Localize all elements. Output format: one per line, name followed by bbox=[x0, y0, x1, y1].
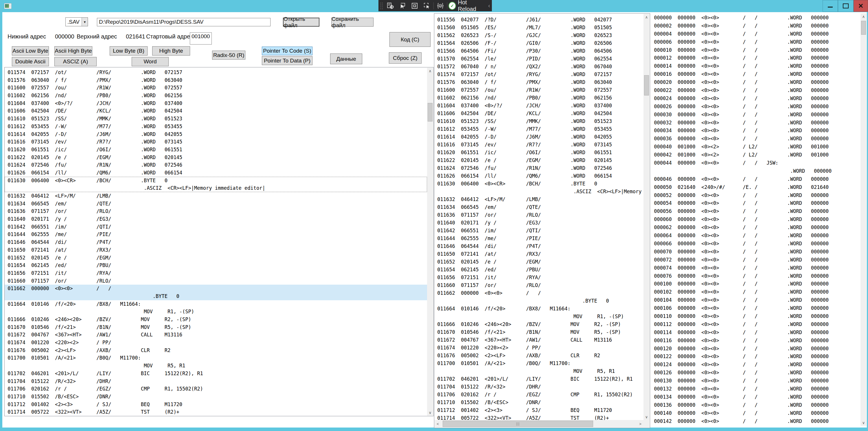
listing-row[interactable]: 011624 072546 /fu/ /R1N/ .WORD 072546 bbox=[434, 164, 644, 172]
listing-row[interactable]: 011632 046412 <LF>/M/ /LMB/ bbox=[5, 192, 427, 200]
listing-row[interactable]: 011602 062156 /nd/ /PB0/ .WORD 062156 bbox=[434, 94, 644, 102]
listing-row[interactable]: 011630 006400 <0><CR> /BCH/ .BYTE 0 .ASC… bbox=[434, 180, 644, 195]
listing-row[interactable]: 011712 001402 <2><3> / SJ/ BEQ M11720 bbox=[434, 406, 644, 414]
format-select[interactable]: .SAV ▼ bbox=[65, 18, 88, 26]
listing-row[interactable]: 011564 026506 /F-/ /GI0/ .WORD 026506 bbox=[434, 39, 644, 47]
listing-row[interactable]: 000026 000000 <0><0> / / .WORD 000000 bbox=[651, 103, 860, 111]
listing-row[interactable]: 000020 000000 <0><0> / / .WORD 000000 bbox=[651, 79, 860, 87]
listing-row[interactable]: 000100 000000 <0><0> / / .WORD 000000 bbox=[651, 280, 860, 288]
listing-row[interactable]: 011640 020171 /y / /EG3/ bbox=[434, 219, 644, 227]
enable-selection-icon[interactable] bbox=[397, 1, 408, 10]
live-visual-tree-icon[interactable] bbox=[385, 1, 396, 10]
listing-row[interactable]: 000034 000000 <0><0> / / .WORD 000000 bbox=[651, 127, 860, 135]
high-byte-button[interactable]: High Byte bbox=[152, 46, 190, 56]
listing-row[interactable]: 011630 006400 <0><CR> /BCH/ .BYTE 0 .ASC… bbox=[5, 177, 427, 192]
listing-row[interactable]: 011622 020145 /e / /EGM/ .WORD 020145 bbox=[5, 154, 427, 161]
listing-panel-left[interactable]: 011574 072157 /ot/ /RYG/ .WORD 072157 01… bbox=[4, 67, 434, 416]
listing-row[interactable]: 000064 000000 <0><0> / / .WORD 000000 bbox=[651, 232, 860, 240]
listing-row[interactable]: 011664 010146 /f/<20> /BX8/ M11664: MOV … bbox=[5, 300, 427, 316]
listing-row[interactable]: 000024 000000 <0><0> / / .WORD 000000 bbox=[651, 95, 860, 103]
listing-row[interactable]: 011700 010501 /A/<21> /B0Q/ M11700: MOV … bbox=[5, 354, 427, 369]
listing-row[interactable]: 000002 000000 <0><0> / / .WORD 000000 bbox=[651, 22, 860, 30]
listing-row[interactable]: 000116 000000 <0><0> / / .WORD 000000 bbox=[651, 337, 860, 345]
listing-row[interactable]: 011560 051505 /ES/ /ML7/ .WORD 051505 bbox=[434, 24, 644, 32]
start-address-input[interactable]: 001000 bbox=[190, 32, 212, 44]
scroll-right-icon[interactable]: > bbox=[637, 420, 644, 428]
listing-row[interactable]: 011704 015122 /R/<32> /DHR/ bbox=[434, 383, 644, 391]
collapse-chevron-icon[interactable]: ‹ bbox=[488, 2, 490, 9]
listing-row[interactable]: 011616 073145 /ev/ /R7?/ .WORD 073145 bbox=[5, 138, 427, 146]
listing-row[interactable]: 000076 000000 <0><0> / / .WORD 000000 bbox=[651, 272, 860, 280]
display-adorners-icon[interactable] bbox=[409, 1, 420, 10]
listing-row[interactable]: 011660 071157 /or/ /RLO/ bbox=[434, 281, 644, 289]
listing-row[interactable]: 011714 005722 <322><VT> /A5Z/ TST (R2)+ bbox=[434, 414, 644, 420]
listing-row[interactable]: 000032 000000 <0><0> / / .WORD 000000 bbox=[651, 119, 860, 127]
pointer-to-code-button[interactable]: Pointer To Code (S) bbox=[262, 47, 312, 55]
word-button[interactable]: Word bbox=[132, 57, 169, 66]
minimize-button[interactable] bbox=[823, 0, 838, 12]
listing-row[interactable]: 000130 000000 <0><0> / / .WORD 000000 bbox=[651, 377, 860, 385]
listing-row[interactable]: 011640 020171 /y / /EG3/ bbox=[5, 215, 427, 223]
listing-row[interactable]: 000126 000000 <0><0> / / .WORD 000000 bbox=[651, 369, 860, 377]
listing-row[interactable]: 011646 064544 /di/ /P4T/ bbox=[5, 238, 427, 246]
listing-row[interactable]: 000016 000000 <0><0> / / .WORD 000000 bbox=[651, 70, 860, 79]
listing-row[interactable]: 011572 067040 / n/ /QX2/ .WORD 067040 bbox=[434, 63, 644, 70]
radix50-button[interactable]: Radix-50 (R) bbox=[212, 51, 245, 60]
listing-row[interactable]: 011622 020145 /e / /EGM/ .WORD 020145 bbox=[434, 156, 644, 164]
listing-row[interactable]: 011706 020162 /r / /EGZ/ CMP R1, 15502(R… bbox=[5, 385, 427, 393]
listing-row[interactable]: 000012 000000 <0><0> / / .WORD 000000 bbox=[651, 54, 860, 62]
listing-row[interactable]: 000066 000000 <0><0> / / .WORD 000000 bbox=[651, 240, 860, 248]
listing-row[interactable]: 011646 064544 /di/ /P4T/ bbox=[434, 242, 644, 250]
listing-row[interactable]: 011656 072151 /it/ /RYA/ bbox=[434, 274, 644, 281]
listing-row[interactable]: 000046 000000 <0><0> / / .WORD 000000 bbox=[651, 175, 860, 183]
listing-row[interactable]: 011610 051523 /SS/ /MMK/ .WORD 051523 bbox=[434, 118, 644, 125]
low-byte-button[interactable]: Low Byte (B) bbox=[110, 46, 148, 56]
scroll-left-icon[interactable]: < bbox=[435, 420, 441, 428]
listing-row[interactable]: 011632 046412 <LF>/M/ /LMB/ bbox=[434, 195, 644, 203]
left-vertical-scrollbar[interactable]: ∧ ∨ bbox=[427, 68, 433, 416]
listing-row[interactable]: 000050 021640 <240>/#/ /E. / .WORD 02164… bbox=[651, 183, 860, 191]
listing-row[interactable]: 000030 000000 <0><0> / / .WORD 000000 bbox=[651, 111, 860, 119]
listing-row[interactable]: 011656 072151 /it/ /RYA/ bbox=[5, 269, 427, 277]
listing-row[interactable]: 011634 066545 /em/ /QTE/ bbox=[5, 200, 427, 208]
listing-row[interactable]: 011714 005722 <322><VT> /A5Z/ TST (R2)+ bbox=[5, 408, 427, 416]
listing-row[interactable]: 011576 063040 / f/ /PMX/ .WORD 063040 bbox=[434, 79, 644, 86]
scroll-up-icon[interactable]: ∧ bbox=[644, 14, 650, 20]
listing-row[interactable]: 000112 000000 <0><0> / / .WORD 000000 bbox=[651, 320, 860, 329]
right-vertical-scrollbar[interactable]: ∧ ∨ bbox=[861, 13, 867, 426]
listing-row[interactable]: 000134 000000 <0><0> / / .WORD 000000 bbox=[651, 393, 860, 401]
listing-row[interactable]: 011634 066545 /em/ /QTE/ bbox=[434, 203, 644, 211]
listing-row[interactable]: 011664 010146 /f/<20> /BX8/ M11664: MOV … bbox=[434, 305, 644, 320]
listing-row[interactable]: 000060 000000 <0><0> / / .WORD 000000 bbox=[651, 216, 860, 224]
listing-row[interactable]: 000102 000000 <0><0> / / .WORD 000000 bbox=[651, 288, 860, 296]
listing-row[interactable]: 011624 072546 /fu/ /R1N/ .WORD 072546 bbox=[5, 161, 427, 169]
listing-row[interactable]: 000040 001000 <0><2> / L2/ .WORD 001000 bbox=[651, 143, 860, 151]
listing-row[interactable]: 011672 004767 <367><HT> /AW1/ CALL M1311… bbox=[434, 336, 644, 344]
listing-row[interactable]: 000110 000000 <0><0> / / .WORD 000000 bbox=[651, 312, 860, 320]
listing-row[interactable]: 011610 051523 /SS/ /MMK/ .WORD 051523 bbox=[5, 115, 427, 123]
listing-row[interactable]: 000042 001000 <0><2> / L2/ .WORD 001000 bbox=[651, 151, 860, 159]
listing-row[interactable]: 000036 000000 <0><0> / / .WORD 000000 bbox=[651, 135, 860, 143]
listing-row[interactable]: 011650 072141 /at/ /RX3/ bbox=[5, 246, 427, 254]
listing-row[interactable]: 011612 053455 /-W/ /M77/ .WORD 053455 bbox=[5, 123, 427, 130]
listing-row[interactable]: 011562 026523 /S-/ /GJC/ .WORD 026523 bbox=[434, 32, 644, 39]
listing-row[interactable]: 011652 020145 /e / /EGM/ bbox=[5, 254, 427, 262]
listing-row[interactable]: 011674 001220 <220><2> / PP/ bbox=[434, 344, 644, 352]
listing-row[interactable]: 011574 072157 /ot/ /RYG/ .WORD 072157 bbox=[434, 70, 644, 79]
scrollbar-thumb[interactable] bbox=[644, 75, 649, 95]
middle-horizontal-scrollbar[interactable]: < ||| > bbox=[435, 420, 644, 428]
data-button[interactable]: Данные bbox=[330, 54, 362, 64]
listing-row[interactable]: 000072 000000 <0><0> / / .WORD 000000 bbox=[651, 256, 860, 264]
middle-vertical-scrollbar[interactable]: ∧ ∨ bbox=[644, 14, 650, 420]
listing-row[interactable]: 000132 000000 <0><0> / / .WORD 000000 bbox=[651, 385, 860, 393]
listing-row[interactable]: 000056 000000 <0><0> / / .WORD 000000 bbox=[651, 207, 860, 216]
listing-row[interactable]: 011666 010246 <246><20> /BZV/ MOV R2, -(… bbox=[5, 316, 427, 324]
listing-row[interactable]: 011576 063040 / f/ /PMX/ .WORD 063040 bbox=[5, 76, 427, 84]
listing-row[interactable]: 011600 072557 /ou/ /R1W/ .WORD 072557 bbox=[5, 84, 427, 92]
code-button[interactable]: Код (C) bbox=[390, 32, 431, 47]
listing-row[interactable]: 011712 001402 <2><3> / SJ/ BEQ M11720 bbox=[5, 401, 427, 408]
listing-row[interactable]: 000104 000000 <0><0> / / .WORD 000000 bbox=[651, 296, 860, 304]
listing-row[interactable]: 011620 061551 /ic/ /O6I/ .WORD 061551 bbox=[5, 146, 427, 154]
scrollbar-thumb[interactable] bbox=[861, 21, 866, 35]
listing-row[interactable]: 011702 046201 <201>/L/ /LIY/ BIC 15122(R… bbox=[434, 375, 644, 383]
